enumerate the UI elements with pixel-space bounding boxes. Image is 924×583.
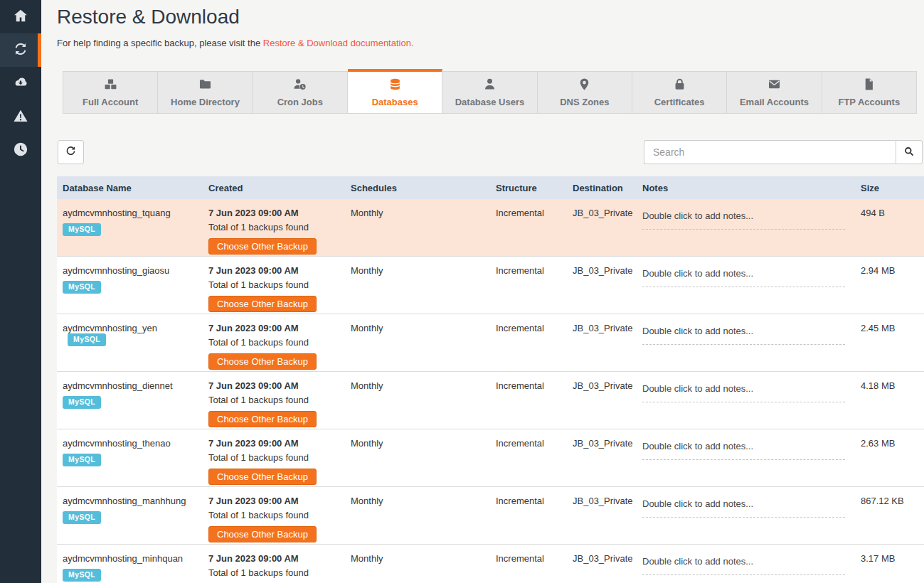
tab-label: Home Directory xyxy=(171,97,240,107)
created-date: 7 Jun 2023 09:00 AM xyxy=(208,496,339,506)
destination-cell: JB_03_Private xyxy=(567,496,637,544)
destination-cell: JB_03_Private xyxy=(567,265,637,314)
destination-cell: JB_03_Private xyxy=(567,553,637,583)
created-date: 7 Jun 2023 09:00 AM xyxy=(208,323,339,333)
notes-placeholder[interactable]: Double click to add notes... xyxy=(642,210,845,230)
destination-cell: JB_03_Private xyxy=(567,208,637,256)
mysql-badge: MySQL xyxy=(63,511,101,524)
sync-icon xyxy=(13,41,28,60)
notes-placeholder[interactable]: Double click to add notes... xyxy=(642,383,845,402)
sidebar-item-queue[interactable] xyxy=(0,134,41,167)
tab-full-account[interactable]: Full Account xyxy=(63,72,158,113)
toolbar xyxy=(58,140,923,164)
table-header-row: Database Name Created Schedules Structur… xyxy=(57,176,924,199)
sidebar-item-alerts[interactable] xyxy=(0,100,41,134)
mysql-badge: MySQL xyxy=(63,223,101,236)
database-name-cell: aydmcvmnhosting_diennet MySQL xyxy=(57,380,203,429)
folder-icon xyxy=(198,77,212,93)
database-name: aydmcvmnhosting_minhquan xyxy=(63,553,183,564)
database-name-cell: aydmcvmnhosting_minhquan MySQL xyxy=(57,553,203,583)
search-input[interactable] xyxy=(644,140,896,164)
created-date: 7 Jun 2023 09:00 AM xyxy=(208,265,339,276)
database-name: aydmcvmnhosting_thenao xyxy=(63,438,171,449)
choose-other-backup-button[interactable]: Choose Other Backup xyxy=(208,238,317,255)
map-marker-icon xyxy=(578,77,591,93)
choose-other-backup-button[interactable]: Choose Other Backup xyxy=(208,469,317,485)
tab-certificates[interactable]: Certificates xyxy=(632,72,727,113)
created-cell: 7 Jun 2023 09:00 AM Total of 1 backups f… xyxy=(203,438,345,486)
user-icon xyxy=(483,77,496,93)
tab-label: FTP Accounts xyxy=(838,97,900,107)
refresh-button[interactable] xyxy=(58,140,84,164)
database-icon xyxy=(388,77,402,93)
search-button[interactable] xyxy=(896,140,923,164)
tab-dns-zones[interactable]: DNS Zones xyxy=(538,72,632,113)
tab-ftp-accounts[interactable]: FTP Accounts xyxy=(822,72,916,113)
notes-cell: Double click to add notes... xyxy=(637,265,855,314)
table-row: aydmcvmnhosting_minhquan MySQL 7 Jun 202… xyxy=(57,545,924,583)
structure-cell: Incremental xyxy=(490,208,567,256)
column-header-created: Created xyxy=(203,183,345,193)
notes-placeholder[interactable]: Double click to add notes... xyxy=(642,268,845,287)
backups-found-text: Total of 1 backups found xyxy=(208,395,339,405)
structure-cell: Incremental xyxy=(490,496,567,544)
tab-database-users[interactable]: Database Users xyxy=(442,72,537,113)
tab-email-accounts[interactable]: Email Accounts xyxy=(727,72,822,113)
database-name: aydmcvmnhosting_yen xyxy=(63,323,157,333)
mysql-badge: MySQL xyxy=(63,454,101,466)
table-row: aydmcvmnhosting_manhhung MySQL 7 Jun 202… xyxy=(57,487,924,545)
notes-placeholder[interactable]: Double click to add notes... xyxy=(642,556,845,575)
database-name: aydmcvmnhosting_tquang xyxy=(63,208,171,218)
page-title: Restore & Download xyxy=(57,4,924,30)
cloud-download-icon xyxy=(13,75,28,93)
choose-other-backup-button[interactable]: Choose Other Backup xyxy=(208,526,317,542)
size-cell: 3.17 MB xyxy=(855,553,924,583)
database-name-cell: aydmcvmnhosting_thenao MySQL xyxy=(57,438,203,486)
clock-icon xyxy=(13,141,28,160)
tab-cron-jobs[interactable]: Cron Jobs xyxy=(253,72,348,113)
database-name-cell: aydmcvmnhosting_tquang MySQL xyxy=(57,208,203,256)
documentation-link[interactable]: Restore & Download documentation. xyxy=(263,38,414,48)
structure-cell: Incremental xyxy=(490,380,567,429)
database-name: aydmcvmnhosting_giaosu xyxy=(63,265,169,276)
created-cell: 7 Jun 2023 09:00 AM Total of 1 backups f… xyxy=(203,323,345,371)
schedules-cell: Monthly xyxy=(345,438,490,486)
mysql-badge: MySQL xyxy=(68,333,106,346)
backup-type-tabs: Full Account Home Directory Cron Jobs xyxy=(63,71,917,114)
database-name-cell: aydmcvmnhosting_manhhung MySQL xyxy=(57,496,203,544)
column-header-size: Size xyxy=(855,183,924,193)
search-group xyxy=(644,140,923,164)
structure-cell: Incremental xyxy=(490,553,567,583)
table-row: aydmcvmnhosting_diennet MySQL 7 Jun 2023… xyxy=(57,372,924,429)
notes-placeholder[interactable]: Double click to add notes... xyxy=(642,326,845,345)
backups-found-text: Total of 1 backups found xyxy=(208,452,339,463)
sidebar xyxy=(0,0,41,583)
tab-home-directory[interactable]: Home Directory xyxy=(158,72,253,113)
schedules-cell: Monthly xyxy=(345,323,490,371)
created-cell: 7 Jun 2023 09:00 AM Total of 1 backups f… xyxy=(203,553,345,583)
notes-placeholder[interactable]: Double click to add notes... xyxy=(642,441,845,460)
choose-other-backup-button[interactable]: Choose Other Backup xyxy=(208,411,317,427)
column-header-database-name: Database Name xyxy=(57,183,203,193)
database-name: aydmcvmnhosting_manhhung xyxy=(63,496,186,506)
column-header-notes: Notes xyxy=(637,183,855,193)
destination-cell: JB_03_Private xyxy=(567,323,637,371)
sidebar-item-downloads[interactable] xyxy=(0,67,41,100)
choose-other-backup-button[interactable]: Choose Other Backup xyxy=(208,296,317,312)
cubes-icon xyxy=(104,77,117,93)
lock-icon xyxy=(673,77,686,93)
column-header-structure: Structure xyxy=(490,183,567,193)
notes-placeholder[interactable]: Double click to add notes... xyxy=(642,498,845,518)
tab-label: Cron Jobs xyxy=(277,97,323,107)
home-icon xyxy=(13,8,28,26)
size-cell: 2.63 MB xyxy=(855,438,924,486)
choose-other-backup-button[interactable]: Choose Other Backup xyxy=(208,353,317,370)
sidebar-item-restore-download[interactable] xyxy=(0,33,41,67)
table-row: aydmcvmnhosting_giaosu MySQL 7 Jun 2023 … xyxy=(57,257,924,314)
size-cell: 867.12 KB xyxy=(855,496,924,544)
sidebar-item-home[interactable] xyxy=(0,0,41,33)
tab-databases[interactable]: Databases xyxy=(348,69,442,113)
tab-label: DNS Zones xyxy=(560,97,609,107)
table-row: aydmcvmnhosting_yen MySQL 7 Jun 2023 09:… xyxy=(57,314,924,372)
size-cell: 2.94 MB xyxy=(855,265,924,314)
